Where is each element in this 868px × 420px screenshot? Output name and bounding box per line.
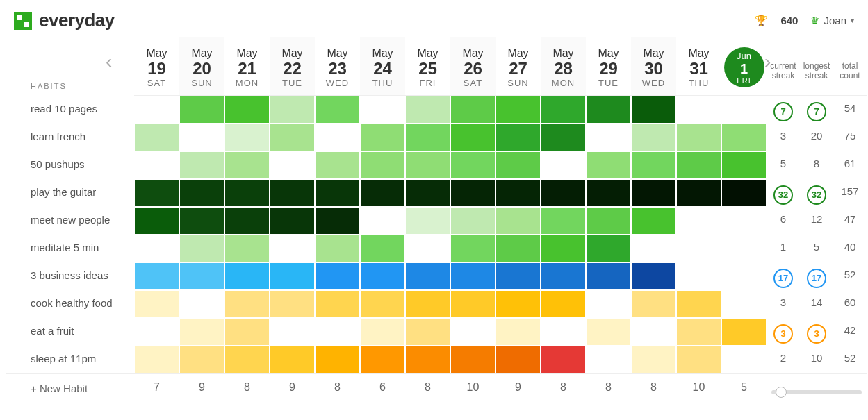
date-header[interactable]: May24THU (360, 37, 405, 96)
habit-cell[interactable] (405, 151, 450, 179)
habit-cell[interactable] (541, 96, 586, 124)
habit-cell[interactable] (541, 235, 586, 262)
habit-cell[interactable] (224, 179, 270, 207)
habit-cell[interactable] (224, 290, 270, 318)
habit-cell[interactable] (676, 235, 721, 262)
habit-cell[interactable] (631, 179, 676, 207)
habit-cell[interactable] (360, 318, 405, 346)
habit-cell[interactable] (360, 235, 405, 262)
habit-name[interactable]: meet new people (6, 207, 134, 235)
habit-name[interactable]: 50 pushups (6, 151, 134, 179)
habit-cell[interactable] (315, 262, 360, 290)
habit-name[interactable]: eat a fruit (6, 318, 134, 346)
habit-cell[interactable] (224, 207, 270, 235)
habit-cell[interactable] (360, 179, 405, 207)
habit-cell[interactable] (405, 262, 450, 290)
habit-name[interactable]: learn french (6, 124, 134, 151)
date-header[interactable]: Jun1FRI (721, 37, 767, 96)
habit-cell[interactable] (631, 318, 676, 346)
habit-cell[interactable] (315, 96, 360, 124)
habit-cell[interactable] (360, 262, 405, 290)
habit-cell[interactable] (134, 262, 179, 290)
habit-cell[interactable] (721, 96, 767, 124)
habit-cell[interactable] (360, 346, 405, 373)
habit-cell[interactable] (541, 290, 586, 318)
habit-name[interactable]: cook healthy food (6, 290, 134, 318)
habit-cell[interactable] (134, 207, 179, 235)
zoom-slider[interactable] (771, 390, 862, 394)
habit-cell[interactable] (496, 151, 541, 179)
habit-cell[interactable] (676, 124, 721, 151)
habit-cell[interactable] (541, 262, 586, 290)
brand[interactable]: everyday (14, 10, 115, 31)
habit-cell[interactable] (270, 179, 315, 207)
date-header[interactable]: May29TUE (586, 37, 631, 96)
habit-cell[interactable] (676, 290, 721, 318)
habit-cell[interactable] (586, 96, 631, 124)
date-header[interactable]: May30WED (631, 37, 676, 96)
habit-cell[interactable] (496, 235, 541, 262)
habit-cell[interactable] (224, 96, 270, 124)
habit-cell[interactable] (676, 346, 721, 373)
habit-cell[interactable] (631, 262, 676, 290)
habit-cell[interactable] (586, 346, 631, 373)
habit-cell[interactable] (676, 318, 721, 346)
habit-cell[interactable] (224, 318, 270, 346)
habit-cell[interactable] (586, 179, 631, 207)
habit-cell[interactable] (631, 96, 676, 124)
habit-cell[interactable] (450, 124, 496, 151)
habit-cell[interactable] (496, 96, 541, 124)
habit-cell[interactable] (676, 262, 721, 290)
habit-cell[interactable] (224, 151, 270, 179)
habit-cell[interactable] (224, 124, 270, 151)
habit-cell[interactable] (496, 262, 541, 290)
habit-cell[interactable] (179, 235, 224, 262)
habit-cell[interactable] (360, 151, 405, 179)
habit-cell[interactable] (586, 207, 631, 235)
habit-cell[interactable] (631, 290, 676, 318)
habit-cell[interactable] (179, 124, 224, 151)
habit-cell[interactable] (631, 124, 676, 151)
habit-cell[interactable] (360, 124, 405, 151)
habit-cell[interactable] (134, 290, 179, 318)
habit-cell[interactable] (676, 151, 721, 179)
date-header[interactable]: May28MON (541, 37, 586, 96)
date-header[interactable]: May20SUN (179, 37, 224, 96)
habit-cell[interactable] (721, 346, 767, 373)
date-header[interactable]: May27SUN (496, 37, 541, 96)
habit-cell[interactable] (541, 124, 586, 151)
habit-cell[interactable] (496, 179, 541, 207)
habit-cell[interactable] (134, 179, 179, 207)
habit-cell[interactable] (450, 179, 496, 207)
habit-cell[interactable] (586, 262, 631, 290)
habit-name[interactable]: read 10 pages (6, 96, 134, 124)
habit-cell[interactable] (721, 151, 767, 179)
habit-cell[interactable] (315, 124, 360, 151)
habit-cell[interactable] (405, 346, 450, 373)
date-header[interactable]: May31THU (676, 37, 721, 96)
habit-cell[interactable] (586, 290, 631, 318)
habit-cell[interactable] (496, 290, 541, 318)
habit-cell[interactable] (450, 96, 496, 124)
habit-cell[interactable] (315, 207, 360, 235)
habit-cell[interactable] (676, 96, 721, 124)
habit-cell[interactable] (179, 290, 224, 318)
habit-cell[interactable] (134, 96, 179, 124)
habit-cell[interactable] (721, 207, 767, 235)
habit-cell[interactable] (134, 235, 179, 262)
habit-cell[interactable] (224, 346, 270, 373)
habit-cell[interactable] (541, 207, 586, 235)
habit-cell[interactable] (270, 207, 315, 235)
habit-cell[interactable] (315, 290, 360, 318)
habit-cell[interactable] (270, 151, 315, 179)
habit-cell[interactable] (450, 262, 496, 290)
habit-cell[interactable] (450, 235, 496, 262)
habit-cell[interactable] (541, 151, 586, 179)
habit-cell[interactable] (586, 318, 631, 346)
habit-cell[interactable] (450, 290, 496, 318)
habit-cell[interactable] (270, 318, 315, 346)
habit-cell[interactable] (360, 290, 405, 318)
habit-cell[interactable] (405, 318, 450, 346)
habit-cell[interactable] (631, 207, 676, 235)
habit-cell[interactable] (676, 207, 721, 235)
